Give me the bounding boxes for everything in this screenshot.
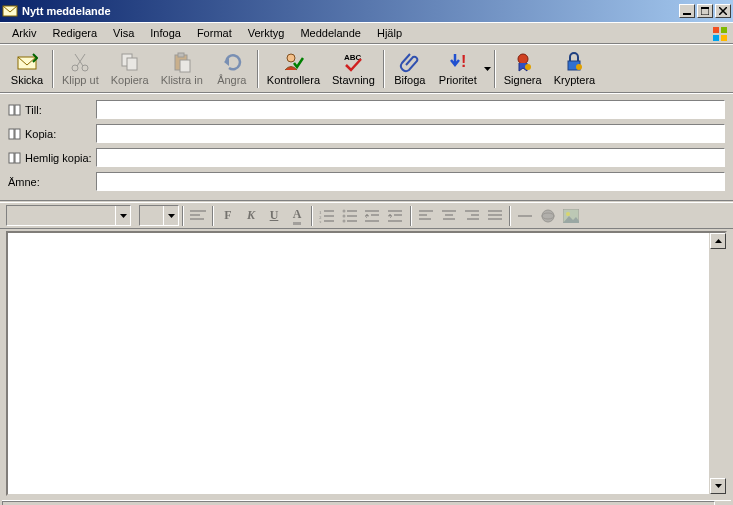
separator <box>212 206 214 226</box>
to-label[interactable]: Till: <box>8 104 96 116</box>
svg-rect-26 <box>15 129 20 139</box>
minimize-button[interactable] <box>679 4 695 18</box>
svg-text:!: ! <box>461 53 466 70</box>
svg-rect-33 <box>324 210 334 212</box>
copy-icon <box>119 51 141 73</box>
to-field[interactable] <box>96 100 725 119</box>
svg-rect-3 <box>701 7 709 9</box>
font-size-combo[interactable] <box>139 205 179 226</box>
align-center-button[interactable] <box>438 205 460 227</box>
svg-rect-25 <box>9 129 14 139</box>
bcc-label[interactable]: Hemlig kopia: <box>8 152 96 164</box>
menu-redigera[interactable]: Redigera <box>44 25 105 41</box>
svg-point-42 <box>343 219 346 222</box>
check-names-label: Kontrollera <box>267 74 320 86</box>
send-button[interactable]: Skicka <box>4 47 50 91</box>
undo-button: Ångra <box>209 47 255 91</box>
align-justify-button[interactable] <box>484 205 506 227</box>
encrypt-icon <box>563 51 585 73</box>
svg-rect-50 <box>419 210 433 212</box>
italic-button[interactable]: K <box>240 205 262 227</box>
priority-label: Prioritet <box>439 74 477 86</box>
encrypt-button[interactable]: Kryptera <box>548 47 602 91</box>
svg-rect-39 <box>347 210 357 212</box>
svg-rect-45 <box>371 214 379 216</box>
bold-button[interactable]: F <box>217 205 239 227</box>
priority-icon: ! <box>447 51 469 73</box>
svg-rect-31 <box>190 218 204 220</box>
main-toolbar: Skicka Klipp ut Kopiera Klistra in Ångra… <box>0 44 733 93</box>
windows-flag-icon <box>711 25 729 43</box>
svg-rect-55 <box>443 218 455 220</box>
undo-icon <box>221 51 243 73</box>
menu-bar: Arkiv Redigera Visa Infoga Format Verkty… <box>0 22 733 44</box>
font-color-button[interactable]: A <box>286 205 308 227</box>
cc-field[interactable] <box>96 124 725 143</box>
toolbar-separator <box>257 50 259 88</box>
app-icon <box>2 3 18 19</box>
svg-rect-24 <box>15 105 20 115</box>
scroll-up-button[interactable] <box>710 233 726 249</box>
send-icon <box>16 51 38 73</box>
spelling-button[interactable]: ABC Stavning <box>326 47 381 91</box>
toolbar-separator <box>52 50 54 88</box>
sign-button[interactable]: Signera <box>498 47 548 91</box>
message-body[interactable] <box>8 233 709 494</box>
maximize-button[interactable] <box>697 4 713 18</box>
status-panel <box>2 501 715 505</box>
menu-visa[interactable]: Visa <box>105 25 142 41</box>
svg-text:3: 3 <box>319 220 322 223</box>
svg-rect-29 <box>190 210 206 212</box>
separator <box>182 206 184 226</box>
chevron-down-icon <box>115 206 130 225</box>
menu-verktyg[interactable]: Verktyg <box>240 25 293 41</box>
numbered-list-button[interactable]: 123 <box>316 205 338 227</box>
svg-rect-59 <box>488 210 502 212</box>
encrypt-label: Kryptera <box>554 74 596 86</box>
svg-point-16 <box>287 54 295 62</box>
align-left-button[interactable] <box>415 205 437 227</box>
outdent-button[interactable] <box>362 205 384 227</box>
spelling-icon: ABC <box>342 51 364 73</box>
align-right-button[interactable] <box>461 205 483 227</box>
priority-dropdown[interactable] <box>483 47 492 90</box>
svg-rect-48 <box>394 214 402 216</box>
svg-point-20 <box>525 64 531 70</box>
indent-button[interactable] <box>385 205 407 227</box>
copy-label: Kopiera <box>111 74 149 86</box>
priority-button[interactable]: ! Prioritet <box>433 47 483 91</box>
check-names-button[interactable]: Kontrollera <box>261 47 326 91</box>
subject-field[interactable] <box>96 172 725 191</box>
attach-button[interactable]: Bifoga <box>387 47 433 91</box>
scroll-down-button[interactable] <box>710 478 726 494</box>
font-combo[interactable] <box>6 205 131 226</box>
vertical-scrollbar[interactable] <box>709 233 725 494</box>
menu-infoga[interactable]: Infoga <box>142 25 189 41</box>
format-toolbar: F K U A 123 <box>0 203 733 229</box>
insert-picture-button[interactable] <box>560 205 582 227</box>
toolbar-separator <box>383 50 385 88</box>
close-button[interactable] <box>715 4 731 18</box>
menu-meddelande[interactable]: Meddelande <box>292 25 369 41</box>
underline-button[interactable]: U <box>263 205 285 227</box>
svg-rect-30 <box>190 214 200 216</box>
toolbar-separator <box>494 50 496 88</box>
paragraph-style-button[interactable] <box>187 205 209 227</box>
bcc-field[interactable] <box>96 148 725 167</box>
svg-rect-37 <box>324 220 334 222</box>
cc-label[interactable]: Kopia: <box>8 128 96 140</box>
horizontal-rule-button[interactable] <box>514 205 536 227</box>
attach-label: Bifoga <box>394 74 425 86</box>
menu-hjalp[interactable]: Hjälp <box>369 25 410 41</box>
svg-rect-49 <box>388 220 402 222</box>
hyperlink-button[interactable] <box>537 205 559 227</box>
menu-arkiv[interactable]: Arkiv <box>4 25 44 41</box>
menu-format[interactable]: Format <box>189 25 240 41</box>
svg-rect-58 <box>467 218 479 220</box>
paste-button: Klistra in <box>155 47 209 91</box>
svg-point-40 <box>343 214 346 217</box>
svg-rect-27 <box>9 153 14 163</box>
resize-grip[interactable] <box>715 501 731 505</box>
svg-rect-61 <box>488 218 502 220</box>
bullet-list-button[interactable] <box>339 205 361 227</box>
